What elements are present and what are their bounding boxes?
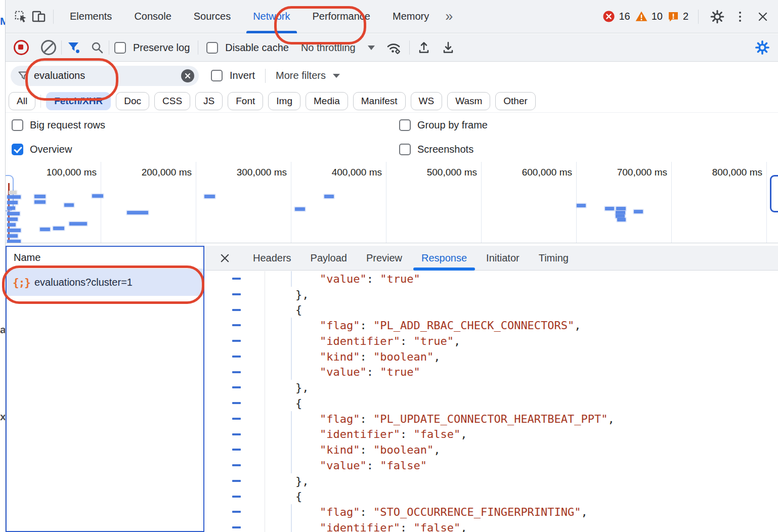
group-by-frame-checkbox[interactable]: [399, 119, 411, 131]
detail-tab-initiator[interactable]: Initiator: [477, 246, 529, 271]
warning-badge[interactable]: 10: [635, 10, 663, 23]
tab-sources[interactable]: Sources: [183, 0, 242, 33]
record-network-log-icon[interactable]: [14, 40, 29, 55]
disable-cache-checkbox[interactable]: [206, 42, 218, 54]
detail-tab-payload[interactable]: Payload: [301, 246, 357, 271]
timeline-request-bar: [295, 207, 305, 211]
devtools-panel-tabs: ElementsConsoleSourcesNetworkPerformance…: [59, 0, 440, 33]
issues-badge[interactable]: 2: [667, 11, 688, 23]
code-text: },: [265, 380, 778, 395]
code-text: {: [265, 489, 778, 505]
clear-network-log-icon[interactable]: [41, 40, 56, 55]
close-detail-icon[interactable]: [220, 253, 230, 263]
timeline-request-bar: [34, 195, 46, 198]
big-request-rows-option[interactable]: Big request rows: [12, 119, 105, 131]
tab-console[interactable]: Console: [123, 0, 182, 33]
search-icon[interactable]: [91, 41, 104, 54]
device-toolbar-icon[interactable]: [30, 8, 48, 26]
network-view-options: Big request rows Group by frame Overview…: [6, 113, 778, 162]
fold-marker-icon[interactable]: [232, 324, 241, 326]
export-har-icon[interactable]: [441, 40, 455, 55]
timeline-tick-label: 700,000 ms: [586, 167, 667, 178]
filter-input[interactable]: evaluations: [11, 66, 199, 86]
tab-elements[interactable]: Elements: [59, 0, 123, 33]
network-conditions-icon[interactable]: [385, 40, 402, 55]
network-overview-timeline[interactable]: 100,000 ms200,000 ms300,000 ms400,000 ms…: [6, 162, 778, 243]
settings-gear-icon[interactable]: [708, 8, 726, 26]
overview-checkbox[interactable]: [12, 144, 23, 155]
inspect-element-icon[interactable]: [12, 8, 30, 26]
fold-marker-icon[interactable]: [232, 433, 241, 435]
fold-marker-icon[interactable]: [232, 418, 241, 420]
screenshots-option[interactable]: Screenshots: [399, 144, 473, 155]
detail-tab-timing[interactable]: Timing: [529, 246, 578, 271]
fold-marker-icon[interactable]: [232, 371, 241, 373]
chip-js[interactable]: JS: [195, 92, 223, 110]
more-filters-button[interactable]: More filters: [276, 70, 326, 81]
detail-tab-headers[interactable]: Headers: [243, 246, 301, 271]
screenshots-label: Screenshots: [417, 144, 473, 155]
timeline-gridline: [671, 162, 672, 243]
tab-performance[interactable]: Performance: [301, 0, 382, 33]
chip-media[interactable]: Media: [306, 92, 348, 110]
chip-manifest[interactable]: Manifest: [353, 92, 406, 110]
chip-img[interactable]: Img: [268, 92, 300, 110]
fold-marker-icon[interactable]: [232, 293, 241, 295]
fold-marker-icon[interactable]: [232, 309, 241, 311]
more-filters-caret-icon[interactable]: [333, 74, 340, 78]
fold-marker-icon[interactable]: [232, 402, 241, 404]
filter-query-text[interactable]: evaluations: [34, 70, 85, 81]
chip-doc[interactable]: Doc: [116, 92, 149, 110]
throttling-select[interactable]: No throttling: [301, 42, 356, 54]
response-body-viewer[interactable]: "value": "true"},{"flag": "PL_ADD_RBAC_C…: [204, 271, 778, 532]
fold-marker-icon[interactable]: [232, 464, 241, 466]
resource-type-filter-chips: AllFetch/XHRDocCSSJSFontImgMediaManifest…: [6, 90, 778, 113]
chip-other[interactable]: Other: [495, 92, 536, 110]
fold-marker-icon[interactable]: [232, 340, 241, 342]
chip-font[interactable]: Font: [228, 92, 263, 110]
code-text: "kind": "boolean",: [265, 442, 778, 458]
fold-marker-icon[interactable]: [232, 526, 241, 528]
network-settings-gear-icon[interactable]: [755, 40, 770, 55]
screenshots-checkbox[interactable]: [399, 144, 411, 155]
filter-icon[interactable]: [67, 41, 80, 54]
chip-fetch-xhr[interactable]: Fetch/XHR: [46, 92, 111, 110]
more-panels-icon[interactable]: »: [440, 9, 458, 24]
error-badge[interactable]: 16: [602, 10, 630, 23]
timeline-tick-label: 500,000 ms: [396, 167, 477, 178]
timeline-right-grip[interactable]: [770, 175, 778, 212]
fold-marker-icon[interactable]: [232, 356, 241, 358]
fold-marker-icon[interactable]: [232, 480, 241, 482]
chip-all[interactable]: All: [9, 92, 35, 110]
request-row[interactable]: {;}evaluations?cluster=1: [7, 269, 203, 296]
group-by-frame-option[interactable]: Group by frame: [399, 119, 488, 131]
tab-network[interactable]: Network: [242, 0, 301, 33]
name-column-header[interactable]: Name: [7, 247, 203, 269]
fold-marker-icon[interactable]: [232, 386, 241, 388]
detail-tab-preview[interactable]: Preview: [357, 246, 412, 271]
chip-ws[interactable]: WS: [411, 92, 443, 110]
close-devtools-icon[interactable]: [754, 8, 772, 26]
throttling-caret-icon[interactable]: [368, 46, 375, 50]
preserve-log-checkbox[interactable]: [114, 42, 126, 54]
detail-tab-response[interactable]: Response: [412, 246, 477, 271]
fold-marker-icon[interactable]: [232, 278, 241, 280]
big-request-rows-checkbox[interactable]: [12, 119, 23, 131]
fold-marker-icon[interactable]: [232, 511, 241, 513]
code-line: "identifier": "false",: [204, 520, 778, 532]
chip-wasm[interactable]: Wasm: [447, 92, 490, 110]
overview-option[interactable]: Overview: [12, 144, 72, 155]
page-edge-fragment: x: [0, 411, 5, 423]
kebab-menu-icon[interactable]: [731, 8, 749, 26]
import-har-icon[interactable]: [417, 40, 431, 55]
clear-filter-icon[interactable]: [181, 69, 194, 82]
invert-checkbox[interactable]: [211, 70, 223, 81]
timeline-gridline: [766, 162, 767, 243]
chip-css[interactable]: CSS: [154, 92, 190, 110]
fold-marker-icon[interactable]: [232, 496, 241, 498]
timeline-request-bar: [616, 211, 625, 214]
timeline-request-bar: [324, 195, 334, 198]
timeline-request-bar: [40, 228, 50, 231]
fold-marker-icon[interactable]: [232, 449, 241, 451]
tab-memory[interactable]: Memory: [381, 0, 440, 33]
